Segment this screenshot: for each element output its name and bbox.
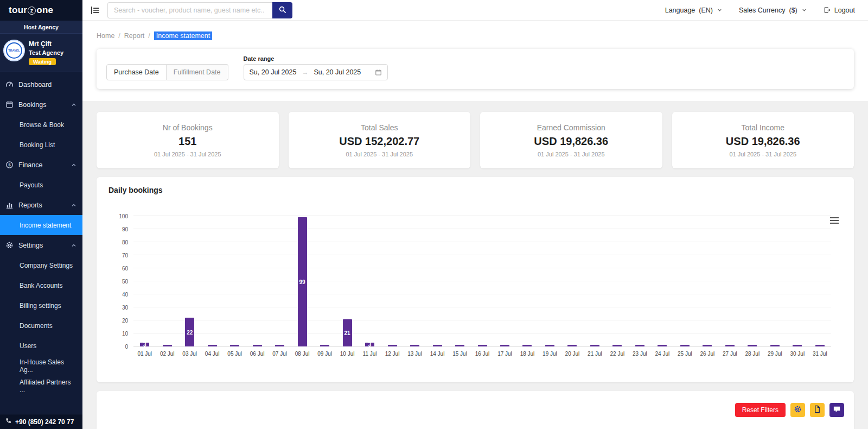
bar-cell: 22	[178, 216, 201, 346]
y-axis-tick: 100	[108, 213, 128, 219]
currency-selector[interactable]: Sales Currency ($)	[739, 7, 807, 14]
bar-06-jul[interactable]	[253, 345, 262, 346]
breadcrumb-item-home[interactable]: Home	[97, 32, 114, 40]
sidebar-item-bookings[interactable]: Bookings	[0, 94, 82, 115]
x-axis-tick: 03 Jul	[178, 351, 201, 357]
stat-value: 151	[178, 135, 196, 148]
date-from[interactable]: Su, 20 Jul 2025	[250, 68, 297, 76]
stat-period: 01 Jul 2025 - 31 Jul 2025	[346, 151, 413, 157]
bar-21-jul[interactable]	[590, 345, 599, 346]
bar-03-jul[interactable]: 22	[185, 318, 194, 346]
y-axis-tick: 40	[108, 292, 128, 298]
topbar: Language (EN) Sales Currency ($) Logout	[82, 0, 868, 21]
sidebar-item-label: Income statement	[20, 222, 71, 229]
sidebar-collapse-icon[interactable]	[90, 5, 100, 15]
sidebar-item-booking-list[interactable]: Booking List	[0, 135, 82, 155]
bar-24-jul[interactable]	[658, 345, 667, 346]
chart-context-menu-icon[interactable]	[830, 217, 839, 224]
sidebar: tourzone Host Agency TRAVEL Mrt Çift Tes…	[0, 0, 82, 429]
sidebar-item-affiliated-partners[interactable]: Affiliated Partners ...	[0, 376, 82, 396]
bar-22-jul[interactable]	[612, 345, 622, 346]
sidebar-item-users[interactable]: Users	[0, 336, 82, 356]
support-phone[interactable]: +90 (850) 242 70 77	[0, 414, 82, 429]
sidebar-item-company-settings[interactable]: Company Settings	[0, 255, 82, 275]
bar-04-jul[interactable]	[208, 345, 217, 346]
breadcrumb-item-report[interactable]: Report	[124, 32, 145, 40]
sidebar-item-reports[interactable]: Reports	[0, 195, 82, 215]
bar-11-jul[interactable]: 3	[365, 343, 374, 346]
sidebar-item-documents[interactable]: Documents	[0, 316, 82, 336]
stat-period: 01 Jul 2025 - 31 Jul 2025	[538, 151, 605, 157]
sidebar-item-label: Browse & Book	[20, 121, 64, 129]
date-range-picker[interactable]: Su, 20 Jul 2025 → Su, 20 Jul 2025	[244, 64, 388, 80]
sidebar-item-label: Dashboard	[18, 81, 52, 89]
export-button[interactable]	[810, 403, 825, 417]
bar-23-jul[interactable]	[635, 345, 644, 346]
bar-17-jul[interactable]	[500, 345, 509, 346]
bar-29-jul[interactable]	[770, 345, 780, 346]
sidebar-item-bank-accounts[interactable]: Bank Accounts	[0, 275, 82, 295]
x-axis-tick: 13 Jul	[404, 351, 426, 357]
bar-19-jul[interactable]	[545, 345, 554, 346]
bar-20-jul[interactable]	[567, 345, 577, 346]
bar-13-jul[interactable]	[410, 345, 419, 346]
sidebar-item-billing-settings[interactable]: Billing settings	[0, 295, 82, 316]
bar-cell	[494, 216, 516, 346]
bar-14-jul[interactable]	[433, 345, 442, 346]
chart-title: Daily bookings	[108, 186, 842, 194]
bar-10-jul[interactable]: 21	[343, 319, 352, 346]
bar-02-jul[interactable]	[163, 345, 172, 346]
language-selector[interactable]: Language (EN)	[665, 7, 723, 14]
fulfillment-date-button[interactable]: Fulfillment Date	[167, 64, 228, 80]
bar-12-jul[interactable]	[388, 345, 397, 346]
bar-cell	[426, 216, 448, 346]
breadcrumb-item-income-statement[interactable]: Income statement	[154, 31, 212, 40]
sidebar-item-label: Finance	[18, 161, 42, 169]
bar-15-jul[interactable]	[455, 345, 464, 346]
bar-31-jul[interactable]	[815, 345, 825, 346]
bar-30-jul[interactable]	[793, 345, 802, 346]
bar-25-jul[interactable]	[680, 345, 690, 346]
reset-filters-button[interactable]: Reset Filters	[735, 403, 786, 417]
x-axis-tick: 11 Jul	[359, 351, 381, 357]
help-chat-button[interactable]	[829, 403, 844, 417]
sidebar-item-finance[interactable]: $Finance	[0, 155, 82, 175]
bar-16-jul[interactable]	[478, 345, 487, 346]
bar-01-jul[interactable]: 3	[140, 343, 149, 346]
bar-cell: 3	[133, 216, 156, 346]
bar-cell	[606, 216, 628, 346]
bar-26-jul[interactable]	[703, 345, 712, 346]
x-axis-tick: 15 Jul	[449, 351, 471, 357]
chevron-up-icon	[71, 162, 77, 168]
bar-27-jul[interactable]	[725, 345, 735, 346]
breadcrumb: Home/Report/Income statement	[97, 31, 854, 40]
chevron-down-icon	[801, 7, 807, 13]
bar-cell	[246, 216, 268, 346]
date-to[interactable]: Su, 20 Jul 2025	[314, 68, 361, 76]
sidebar-item-label: In-House Sales Ag...	[20, 358, 77, 374]
sidebar-item-label: Documents	[20, 322, 53, 330]
user-profile[interactable]: TRAVEL Mrt Çift Test Agency Waiting	[0, 34, 82, 72]
sidebar-item-in-house-sales-ag[interactable]: In-House Sales Ag...	[0, 356, 82, 376]
logo-ring: z	[28, 7, 36, 15]
sidebar-item-browse-book[interactable]: Browse & Book	[0, 115, 82, 135]
chart-bars: 32299213	[133, 216, 831, 346]
table-settings-button[interactable]	[790, 403, 805, 417]
sidebar-item-settings[interactable]: Settings	[0, 235, 82, 255]
sidebar-item-payouts[interactable]: Payouts	[0, 175, 82, 195]
bar-08-jul[interactable]: 99	[298, 217, 307, 346]
logout-button[interactable]: Logout	[824, 7, 855, 14]
bar-09-jul[interactable]	[320, 345, 329, 346]
sidebar-item-dashboard[interactable]: Dashboard	[0, 74, 82, 94]
bar-05-jul[interactable]	[230, 345, 239, 346]
bar-cell	[696, 216, 718, 346]
purchase-date-button[interactable]: Purchase Date	[106, 64, 167, 80]
bar-18-jul[interactable]	[522, 345, 532, 346]
sidebar-item-income-statement[interactable]: Income statement	[0, 215, 82, 235]
bar-07-jul[interactable]	[275, 345, 284, 346]
search-input[interactable]	[107, 2, 272, 18]
bar-28-jul[interactable]	[748, 345, 757, 346]
chart-plot: 010203040506070809010032299213	[133, 216, 831, 346]
search-button[interactable]	[272, 2, 292, 18]
breadcrumb-separator: /	[148, 32, 150, 40]
